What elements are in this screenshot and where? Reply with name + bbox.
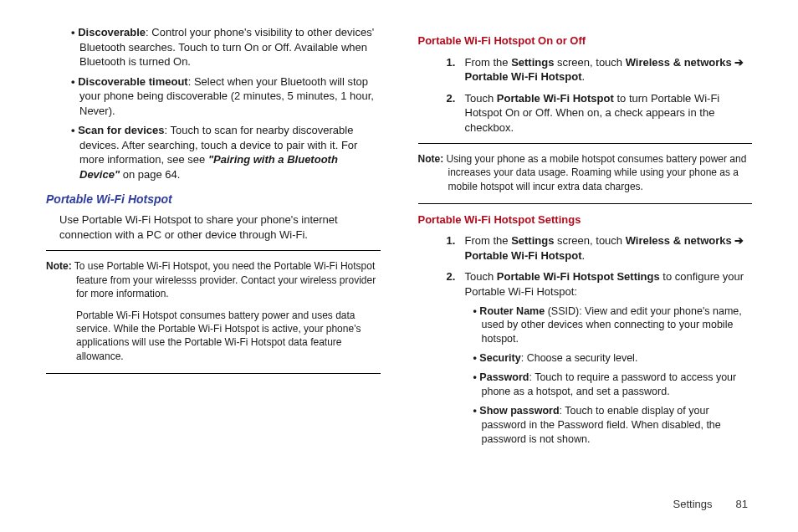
bullet-term: Scan for devices: [78, 124, 164, 136]
step-item: From the Settings screen, touch Wireless…: [465, 233, 753, 263]
bullet-item: Security: Choose a security level.: [482, 351, 753, 366]
page-footer: Settings81: [673, 498, 748, 510]
bullet-item: Password: Touch to require a password to…: [482, 371, 753, 399]
left-column: Discoverable: Control your phone's visib…: [46, 25, 381, 432]
note-text: To use Portable Wi-Fi Hotspot, you need …: [74, 260, 376, 299]
bullet-item: Scan for devices: Touch to scan for near…: [79, 123, 381, 182]
steps-list: From the Settings screen, touch Wireless…: [418, 55, 753, 136]
arrow-icon: ➔: [732, 234, 744, 247]
footer-page-number: 81: [736, 498, 748, 510]
subsection-heading: Portable Wi-Fi Hotspot Settings: [418, 212, 753, 228]
step-item: From the Settings screen, touch Wireless…: [465, 55, 753, 84]
bullet-item: Discoverable: Control your phone's visib…: [79, 25, 381, 69]
right-column: Portable Wi-Fi Hotspot On or Off From th…: [418, 25, 753, 432]
note-text: Portable Wi-Fi Hotspot consumes battery …: [46, 309, 381, 363]
step-item: Touch Portable Wi-Fi Hotspot Settings to…: [465, 269, 753, 446]
bluetooth-bullets: Discoverable: Control your phone's visib…: [46, 25, 381, 182]
note-label: Note:: [46, 260, 72, 272]
manual-page: Discoverable: Control your phone's visib…: [0, 0, 798, 457]
bullet-item: Discoverable timeout: Select when your B…: [79, 74, 381, 119]
note-text: Using your phone as a mobile hotspot con…: [447, 153, 747, 192]
section-body: Use Portable Wi-Fi Hotspot to share your…: [59, 212, 381, 242]
note-label: Note:: [418, 153, 444, 165]
bullet-term: Discoverable timeout: [78, 75, 188, 88]
arrow-icon: ➔: [732, 56, 744, 69]
steps-list: From the Settings screen, touch Wireless…: [418, 233, 753, 446]
bullet-item: Show password: Touch to enable display o…: [482, 404, 753, 447]
note-block: Note: To use Portable Wi-Fi Hotspot, you…: [46, 250, 381, 373]
bullet-term: Discoverable: [78, 26, 146, 38]
subsection-heading: Portable Wi-Fi Hotspot On or Off: [418, 33, 753, 49]
note-block: Note: Using your phone as a mobile hotsp…: [418, 143, 753, 204]
bullet-desc: on page 64.: [120, 168, 180, 181]
section-heading: Portable Wi-Fi Hotspot: [46, 192, 381, 207]
settings-bullets: Router Name (SSID): View and edit your p…: [465, 304, 753, 447]
footer-section: Settings: [673, 498, 713, 510]
step-item: Touch Portable Wi-Fi Hotspot to turn Por…: [465, 91, 753, 136]
bullet-item: Router Name (SSID): View and edit your p…: [482, 304, 753, 347]
